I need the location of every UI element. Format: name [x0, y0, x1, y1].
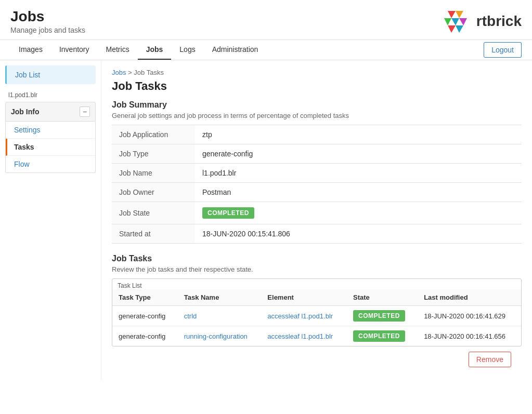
task-list-label: Task List	[112, 279, 521, 289]
element-2: accessleaf l1.pod1.blr	[261, 326, 347, 346]
nav-tab-metrics[interactable]: Metrics	[98, 40, 138, 60]
table-header-row: Task Type Task Name Element State Last m…	[112, 289, 521, 306]
table-row: Started at 18-JUN-2020 00:15:41.806	[112, 224, 522, 244]
page-subtitle: Manage jobs and tasks	[10, 26, 85, 34]
task-table-header: Task Type Task Name Element State Last m…	[112, 289, 521, 306]
col-last-modified: Last modified	[418, 289, 521, 306]
remove-button[interactable]: Remove	[469, 352, 511, 367]
task-table: Task Type Task Name Element State Last m…	[112, 289, 521, 346]
job-summary-table: Job Application ztp Job Type generate-co…	[112, 125, 522, 244]
page-title: Job Tasks	[112, 79, 522, 93]
started-at-value: 18-JUN-2020 00:15:41.806	[195, 224, 522, 244]
main-nav: Images Inventory Metrics Jobs Logs Admin…	[0, 39, 532, 60]
task-list-box: Task List Task Type Task Name Element St…	[112, 278, 522, 346]
element-1: accessleaf l1.pod1.blr	[261, 306, 347, 326]
nav-tab-logs[interactable]: Logs	[171, 40, 203, 60]
task-name-2: running-configuration	[178, 326, 262, 346]
last-modified-1: 18-JUN-2020 00:16:41.629	[418, 306, 521, 326]
sidebar-device-name: l1.pod1.blr	[0, 89, 101, 102]
job-name-label: Job Name	[112, 164, 195, 183]
breadcrumb-separator: >	[128, 69, 134, 76]
sidebar-job-list[interactable]: Job List	[5, 65, 96, 84]
job-application-label: Job Application	[112, 125, 195, 144]
task-name-1: ctrld	[178, 306, 262, 326]
table-row: Job State COMPLETED	[112, 202, 522, 224]
remove-section: Remove	[112, 346, 522, 372]
job-state-label: Job State	[112, 202, 195, 224]
breadcrumb: Jobs > Job Tasks	[112, 69, 522, 76]
nav-tabs: Images Inventory Metrics Jobs Logs Admin…	[10, 40, 266, 60]
rtbrick-logo-icon	[440, 8, 471, 34]
logo-text: rtbrick	[476, 13, 522, 30]
job-info-header[interactable]: Job Info −	[5, 102, 96, 122]
svg-marker-0	[448, 11, 456, 18]
svg-marker-5	[448, 25, 456, 33]
job-owner-value: Postman	[195, 183, 522, 202]
page-main-title: Jobs	[10, 8, 85, 25]
nav-tab-images[interactable]: Images	[10, 40, 51, 60]
svg-marker-4	[459, 18, 467, 25]
started-at-label: Started at	[112, 224, 195, 244]
element-link-2[interactable]: accessleaf l1.pod1.blr	[267, 332, 333, 340]
task-table-body: generate-config ctrld accessleaf l1.pod1…	[112, 306, 521, 346]
state-badge-2: COMPLETED	[353, 330, 405, 342]
col-element: Element	[261, 289, 347, 306]
sidebar-item-flow[interactable]: Flow	[6, 156, 95, 172]
job-state-badge: COMPLETED	[202, 207, 254, 219]
element-link-1[interactable]: accessleaf l1.pod1.blr	[267, 312, 333, 320]
svg-marker-6	[456, 25, 463, 33]
job-info-items: Settings Tasks Flow	[5, 122, 96, 173]
job-tasks-title: Job Tasks	[112, 254, 522, 263]
breadcrumb-jobs-link[interactable]: Jobs	[112, 69, 126, 76]
nav-tab-administration[interactable]: Administration	[204, 40, 267, 60]
sidebar-item-settings[interactable]: Settings	[6, 122, 95, 139]
task-name-link-2[interactable]: running-configuration	[184, 332, 248, 340]
job-info-label: Job Info	[11, 108, 39, 116]
state-2: COMPLETED	[347, 326, 418, 346]
job-state-value: COMPLETED	[195, 202, 522, 224]
svg-marker-3	[444, 18, 451, 25]
svg-marker-2	[451, 18, 459, 25]
task-type-1: generate-config	[112, 306, 178, 326]
state-1: COMPLETED	[347, 306, 418, 326]
logo-block: rtbrick	[440, 8, 522, 34]
col-task-type: Task Type	[112, 289, 178, 306]
job-application-value: ztp	[195, 125, 522, 144]
table-row: generate-config running-configuration ac…	[112, 326, 521, 346]
job-info-collapse-button[interactable]: −	[80, 106, 90, 117]
job-summary-desc: General job settings and job process in …	[112, 112, 522, 119]
table-row: Job Type generate-config	[112, 144, 522, 164]
sidebar: Job List l1.pod1.blr Job Info − Settings…	[0, 60, 101, 381]
job-tasks-section: Job Tasks Review the job tasks and their…	[112, 254, 522, 346]
job-tasks-desc: Review the job tasks and their respectiv…	[112, 265, 522, 273]
last-modified-2: 18-JUN-2020 00:16:41.656	[418, 326, 521, 346]
logout-button[interactable]: Logout	[484, 42, 522, 58]
job-owner-label: Job Owner	[112, 183, 195, 202]
table-row: generate-config ctrld accessleaf l1.pod1…	[112, 306, 521, 326]
table-row: Job Owner Postman	[112, 183, 522, 202]
content-area: Job List l1.pod1.blr Job Info − Settings…	[0, 60, 532, 381]
state-badge-1: COMPLETED	[353, 310, 405, 322]
svg-marker-1	[456, 11, 463, 18]
col-task-name: Task Name	[178, 289, 262, 306]
task-type-2: generate-config	[112, 326, 178, 346]
col-state: State	[347, 289, 418, 306]
job-type-label: Job Type	[112, 144, 195, 164]
main-content: Jobs > Job Tasks Job Tasks Job Summary G…	[101, 60, 532, 381]
job-name-value: l1.pod1.blr	[195, 164, 522, 183]
job-info-section: Job Info − Settings Tasks Flow	[5, 102, 96, 173]
job-summary-title: Job Summary	[112, 100, 522, 110]
header-title-block: Jobs Manage jobs and tasks	[10, 8, 85, 34]
task-name-link-1[interactable]: ctrld	[184, 312, 197, 320]
breadcrumb-current: Job Tasks	[134, 69, 164, 76]
job-type-value: generate-config	[195, 144, 522, 164]
table-row: Job Application ztp	[112, 125, 522, 144]
page-header: Jobs Manage jobs and tasks rtbrick	[0, 0, 532, 39]
nav-tab-jobs[interactable]: Jobs	[138, 40, 172, 60]
sidebar-item-tasks[interactable]: Tasks	[6, 139, 95, 156]
nav-tab-inventory[interactable]: Inventory	[51, 40, 98, 60]
table-row: Job Name l1.pod1.blr	[112, 164, 522, 183]
